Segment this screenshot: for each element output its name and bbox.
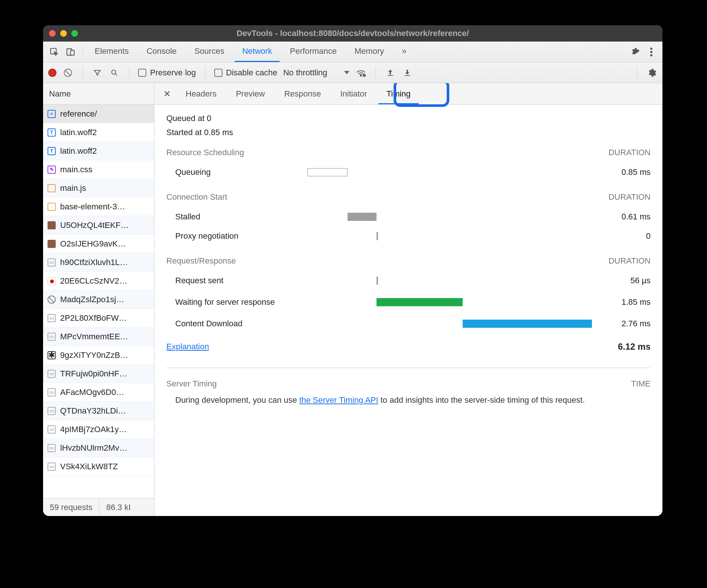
- explanation-link[interactable]: Explanation: [166, 342, 209, 352]
- panel-tabs: Elements Console Sources Network Perform…: [87, 42, 414, 62]
- record-button[interactable]: [48, 69, 56, 77]
- timing-summary: Explanation 6.12 ms: [166, 337, 651, 356]
- tab-network[interactable]: Network: [235, 42, 280, 62]
- request-row[interactable]: ▭AFacMOgv6D0…: [43, 383, 154, 402]
- upload-har-icon[interactable]: [385, 67, 396, 78]
- settings-icon[interactable]: [628, 45, 642, 59]
- row-label: Proxy negotiation: [166, 231, 307, 241]
- separator: [375, 66, 376, 79]
- request-row[interactable]: ▭lHvzbNUlrm2Mv…: [43, 439, 154, 457]
- device-toolbar-icon[interactable]: [63, 45, 78, 59]
- transfer-size: 86.3 kI: [100, 499, 137, 516]
- clear-icon[interactable]: [62, 67, 74, 78]
- row-label: Waiting for server response: [166, 297, 307, 307]
- timing-row-stalled: Stalled 0.61 ms: [166, 207, 651, 226]
- request-list: Name ≡reference/Tlatin.woff2Tlatin.woff2…: [43, 83, 154, 516]
- request-row[interactable]: U5OHzQL4tEKF…: [43, 216, 154, 235]
- request-name: main.css: [60, 165, 92, 174]
- detail-tab-response[interactable]: Response: [276, 83, 329, 104]
- preserve-log-checkbox[interactable]: Preserve log: [138, 68, 196, 78]
- request-name: QTDnaY32hLDi…: [60, 406, 126, 416]
- tab-overflow-icon[interactable]: »: [394, 42, 414, 62]
- request-row[interactable]: ▭2P2L80XfBoFW…: [43, 309, 154, 327]
- request-name: 2P2L80XfBoFW…: [60, 313, 127, 323]
- duration-header: DURATION: [609, 148, 651, 157]
- request-row[interactable]: ≡reference/: [43, 105, 154, 123]
- network-settings-icon[interactable]: [646, 67, 657, 78]
- tab-sources[interactable]: Sources: [187, 42, 232, 62]
- titlebar: DevTools - localhost:8080/docs/devtools/…: [43, 25, 662, 42]
- server-timing-api-link[interactable]: the Server Timing API: [299, 395, 378, 405]
- window-minimize[interactable]: [60, 30, 67, 37]
- search-icon[interactable]: [109, 67, 120, 78]
- preserve-log-label: Preserve log: [150, 68, 196, 78]
- note-text: During development, you can use: [175, 395, 299, 405]
- queued-label: Queued at 0: [166, 114, 651, 123]
- row-label: Content Download: [166, 319, 307, 329]
- request-name: 4pIMBj7zOAk1y…: [60, 425, 127, 434]
- tab-performance[interactable]: Performance: [283, 42, 344, 62]
- kebab-menu-icon[interactable]: [644, 45, 659, 59]
- request-row[interactable]: ✱9gzXiTYY0nZzB…: [43, 346, 154, 365]
- column-header-name[interactable]: Name: [43, 83, 154, 105]
- separator: [205, 66, 205, 79]
- network-conditions-icon[interactable]: [355, 67, 366, 78]
- request-row[interactable]: ·main.js: [43, 179, 154, 197]
- chevron-down-icon: [344, 71, 349, 74]
- request-name: MPcVmmemtEE…: [60, 332, 128, 342]
- detail-tab-timing[interactable]: Timing: [378, 83, 419, 104]
- download-har-icon[interactable]: [402, 67, 413, 78]
- disable-cache-label: Disable cache: [226, 68, 277, 78]
- checkbox-icon: [214, 69, 222, 77]
- duration-header: DURATION: [609, 192, 651, 202]
- separator: [637, 66, 637, 79]
- request-row[interactable]: ▭QTDnaY32hLDi…: [43, 402, 154, 420]
- row-label: Queueing: [166, 167, 307, 177]
- request-row[interactable]: MadqZslZpo1sj…: [43, 290, 154, 309]
- tab-elements[interactable]: Elements: [87, 42, 136, 62]
- close-icon[interactable]: ✕: [160, 89, 175, 99]
- request-row[interactable]: ▭MPcVmmemtEE…: [43, 327, 154, 346]
- request-row[interactable]: ·base-element-3…: [43, 197, 154, 216]
- disable-cache-checkbox[interactable]: Disable cache: [214, 68, 277, 78]
- request-row[interactable]: ▭h90CtfziXluvh1L…: [43, 253, 154, 272]
- svg-rect-2: [71, 50, 74, 55]
- window-close[interactable]: [49, 30, 56, 37]
- throttling-select[interactable]: No throttling: [283, 68, 350, 78]
- tab-memory[interactable]: Memory: [347, 42, 391, 62]
- section-scheduling-title: Resource Scheduling: [166, 148, 244, 157]
- status-bar: 59 requests 86.3 kI: [43, 498, 154, 516]
- request-row[interactable]: ▭TRFujw0pi0nHF…: [43, 365, 154, 383]
- row-value: 1.85 ms: [595, 297, 651, 307]
- total-time: 6.12 ms: [618, 342, 651, 352]
- request-row[interactable]: Tlatin.woff2: [43, 123, 154, 142]
- request-row[interactable]: Tlatin.woff2: [43, 142, 154, 160]
- detail-tab-preview[interactable]: Preview: [228, 83, 273, 104]
- svg-point-4: [650, 51, 652, 53]
- row-value: 0.85 ms: [595, 167, 651, 177]
- window-zoom[interactable]: [71, 30, 78, 37]
- request-row[interactable]: ✎main.css: [43, 160, 154, 179]
- request-row[interactable]: ▭4pIMBj7zOAk1y…: [43, 420, 154, 439]
- request-row[interactable]: O2sIJEHG9avK…: [43, 235, 154, 253]
- request-name: O2sIJEHG9avK…: [60, 239, 126, 249]
- detail-panel: ✕ Headers Preview Response Initiator Tim…: [154, 83, 662, 516]
- request-row[interactable]: 20E6CLcSzNV2…: [43, 272, 154, 290]
- svg-point-3: [650, 48, 652, 50]
- row-value: 0: [595, 231, 651, 241]
- filter-icon[interactable]: [92, 67, 103, 78]
- inspect-element-icon[interactable]: [47, 45, 62, 59]
- request-name: TRFujw0pi0nHF…: [60, 369, 127, 379]
- detail-tab-headers[interactable]: Headers: [177, 83, 225, 104]
- tab-console[interactable]: Console: [139, 42, 184, 62]
- request-name: MadqZslZpo1sj…: [60, 295, 124, 304]
- timing-row-queueing: Queueing 0.85 ms: [166, 163, 651, 182]
- request-name: reference/: [60, 109, 97, 119]
- detail-tab-initiator[interactable]: Initiator: [332, 83, 375, 104]
- svg-point-5: [650, 54, 652, 56]
- server-timing-title: Server Timing: [166, 379, 217, 389]
- request-name: AFacMOgv6D0…: [60, 388, 124, 397]
- request-row[interactable]: ▭VSk4XiLkW8TZ: [43, 457, 154, 476]
- network-toolbar: Preserve log Disable cache No throttling: [43, 62, 662, 83]
- request-name: base-element-3…: [60, 202, 125, 212]
